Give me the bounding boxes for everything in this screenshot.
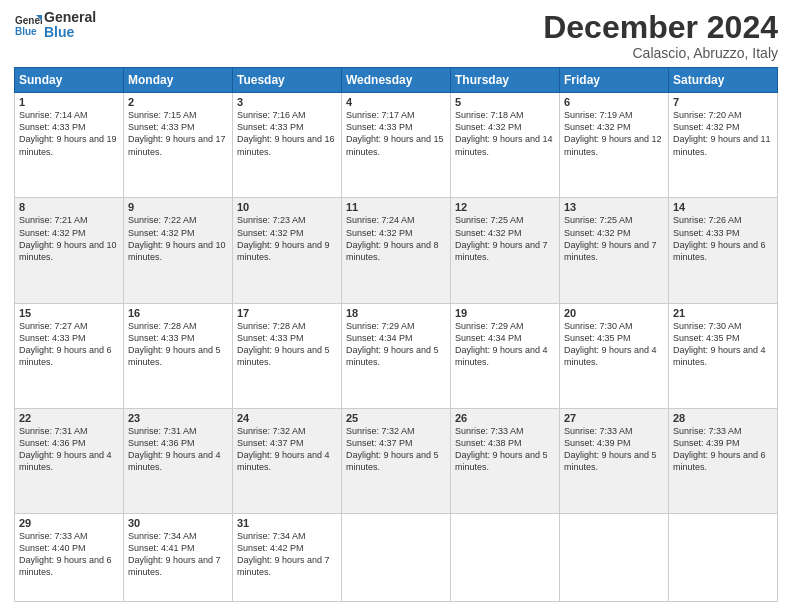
day-number: 10 — [237, 201, 337, 213]
day-info: Sunrise: 7:25 AM Sunset: 4:32 PM Dayligh… — [455, 214, 555, 263]
calendar-cell: 22 Sunrise: 7:31 AM Sunset: 4:36 PM Dayl… — [15, 408, 124, 513]
svg-text:Blue: Blue — [15, 26, 37, 37]
calendar-day-header: Thursday — [451, 68, 560, 93]
calendar-cell — [342, 513, 451, 601]
day-info: Sunrise: 7:31 AM Sunset: 4:36 PM Dayligh… — [19, 425, 119, 474]
day-info: Sunrise: 7:34 AM Sunset: 4:42 PM Dayligh… — [237, 530, 337, 579]
day-number: 6 — [564, 96, 664, 108]
day-number: 31 — [237, 517, 337, 529]
calendar-cell — [669, 513, 778, 601]
day-info: Sunrise: 7:32 AM Sunset: 4:37 PM Dayligh… — [237, 425, 337, 474]
calendar-cell: 11 Sunrise: 7:24 AM Sunset: 4:32 PM Dayl… — [342, 198, 451, 303]
calendar-day-header: Wednesday — [342, 68, 451, 93]
day-info: Sunrise: 7:25 AM Sunset: 4:32 PM Dayligh… — [564, 214, 664, 263]
day-number: 30 — [128, 517, 228, 529]
day-info: Sunrise: 7:31 AM Sunset: 4:36 PM Dayligh… — [128, 425, 228, 474]
day-info: Sunrise: 7:24 AM Sunset: 4:32 PM Dayligh… — [346, 214, 446, 263]
day-number: 7 — [673, 96, 773, 108]
day-info: Sunrise: 7:23 AM Sunset: 4:32 PM Dayligh… — [237, 214, 337, 263]
calendar-day-header: Friday — [560, 68, 669, 93]
calendar-cell: 26 Sunrise: 7:33 AM Sunset: 4:38 PM Dayl… — [451, 408, 560, 513]
day-number: 2 — [128, 96, 228, 108]
calendar-cell: 13 Sunrise: 7:25 AM Sunset: 4:32 PM Dayl… — [560, 198, 669, 303]
calendar-cell: 5 Sunrise: 7:18 AM Sunset: 4:32 PM Dayli… — [451, 93, 560, 198]
day-number: 9 — [128, 201, 228, 213]
calendar-cell: 28 Sunrise: 7:33 AM Sunset: 4:39 PM Dayl… — [669, 408, 778, 513]
day-info: Sunrise: 7:15 AM Sunset: 4:33 PM Dayligh… — [128, 109, 228, 158]
calendar-cell: 21 Sunrise: 7:30 AM Sunset: 4:35 PM Dayl… — [669, 303, 778, 408]
calendar-cell: 14 Sunrise: 7:26 AM Sunset: 4:33 PM Dayl… — [669, 198, 778, 303]
day-number: 21 — [673, 307, 773, 319]
day-info: Sunrise: 7:33 AM Sunset: 4:38 PM Dayligh… — [455, 425, 555, 474]
day-info: Sunrise: 7:32 AM Sunset: 4:37 PM Dayligh… — [346, 425, 446, 474]
day-info: Sunrise: 7:14 AM Sunset: 4:33 PM Dayligh… — [19, 109, 119, 158]
day-number: 15 — [19, 307, 119, 319]
day-info: Sunrise: 7:21 AM Sunset: 4:32 PM Dayligh… — [19, 214, 119, 263]
calendar-cell: 6 Sunrise: 7:19 AM Sunset: 4:32 PM Dayli… — [560, 93, 669, 198]
logo-text-general: General — [44, 10, 96, 25]
day-number: 23 — [128, 412, 228, 424]
day-info: Sunrise: 7:19 AM Sunset: 4:32 PM Dayligh… — [564, 109, 664, 158]
day-info: Sunrise: 7:27 AM Sunset: 4:33 PM Dayligh… — [19, 320, 119, 369]
day-info: Sunrise: 7:28 AM Sunset: 4:33 PM Dayligh… — [128, 320, 228, 369]
calendar-day-header: Saturday — [669, 68, 778, 93]
calendar-cell: 27 Sunrise: 7:33 AM Sunset: 4:39 PM Dayl… — [560, 408, 669, 513]
day-number: 4 — [346, 96, 446, 108]
day-number: 25 — [346, 412, 446, 424]
day-number: 13 — [564, 201, 664, 213]
calendar-cell: 4 Sunrise: 7:17 AM Sunset: 4:33 PM Dayli… — [342, 93, 451, 198]
day-number: 11 — [346, 201, 446, 213]
day-number: 12 — [455, 201, 555, 213]
day-info: Sunrise: 7:33 AM Sunset: 4:40 PM Dayligh… — [19, 530, 119, 579]
day-number: 27 — [564, 412, 664, 424]
calendar-cell: 20 Sunrise: 7:30 AM Sunset: 4:35 PM Dayl… — [560, 303, 669, 408]
day-info: Sunrise: 7:29 AM Sunset: 4:34 PM Dayligh… — [455, 320, 555, 369]
calendar-cell: 10 Sunrise: 7:23 AM Sunset: 4:32 PM Dayl… — [233, 198, 342, 303]
calendar-cell — [451, 513, 560, 601]
day-info: Sunrise: 7:30 AM Sunset: 4:35 PM Dayligh… — [673, 320, 773, 369]
calendar-cell: 7 Sunrise: 7:20 AM Sunset: 4:32 PM Dayli… — [669, 93, 778, 198]
page: General Blue General Blue December 2024 … — [0, 0, 792, 612]
day-number: 29 — [19, 517, 119, 529]
calendar-cell: 30 Sunrise: 7:34 AM Sunset: 4:41 PM Dayl… — [124, 513, 233, 601]
calendar-cell: 19 Sunrise: 7:29 AM Sunset: 4:34 PM Dayl… — [451, 303, 560, 408]
calendar-cell: 24 Sunrise: 7:32 AM Sunset: 4:37 PM Dayl… — [233, 408, 342, 513]
day-info: Sunrise: 7:20 AM Sunset: 4:32 PM Dayligh… — [673, 109, 773, 158]
calendar-cell: 9 Sunrise: 7:22 AM Sunset: 4:32 PM Dayli… — [124, 198, 233, 303]
day-number: 20 — [564, 307, 664, 319]
calendar-cell: 1 Sunrise: 7:14 AM Sunset: 4:33 PM Dayli… — [15, 93, 124, 198]
calendar-cell: 25 Sunrise: 7:32 AM Sunset: 4:37 PM Dayl… — [342, 408, 451, 513]
day-number: 16 — [128, 307, 228, 319]
header: General Blue General Blue December 2024 … — [14, 10, 778, 61]
day-number: 24 — [237, 412, 337, 424]
day-number: 22 — [19, 412, 119, 424]
calendar-body: 1 Sunrise: 7:14 AM Sunset: 4:33 PM Dayli… — [15, 93, 778, 602]
calendar-cell: 23 Sunrise: 7:31 AM Sunset: 4:36 PM Dayl… — [124, 408, 233, 513]
calendar-cell: 2 Sunrise: 7:15 AM Sunset: 4:33 PM Dayli… — [124, 93, 233, 198]
calendar-cell: 12 Sunrise: 7:25 AM Sunset: 4:32 PM Dayl… — [451, 198, 560, 303]
day-number: 14 — [673, 201, 773, 213]
calendar-day-header: Monday — [124, 68, 233, 93]
day-number: 26 — [455, 412, 555, 424]
calendar-cell: 31 Sunrise: 7:34 AM Sunset: 4:42 PM Dayl… — [233, 513, 342, 601]
day-number: 28 — [673, 412, 773, 424]
calendar-cell: 17 Sunrise: 7:28 AM Sunset: 4:33 PM Dayl… — [233, 303, 342, 408]
logo-text-blue: Blue — [44, 25, 96, 40]
day-number: 1 — [19, 96, 119, 108]
day-info: Sunrise: 7:33 AM Sunset: 4:39 PM Dayligh… — [673, 425, 773, 474]
day-info: Sunrise: 7:22 AM Sunset: 4:32 PM Dayligh… — [128, 214, 228, 263]
day-info: Sunrise: 7:16 AM Sunset: 4:33 PM Dayligh… — [237, 109, 337, 158]
calendar-cell: 16 Sunrise: 7:28 AM Sunset: 4:33 PM Dayl… — [124, 303, 233, 408]
calendar-cell: 8 Sunrise: 7:21 AM Sunset: 4:32 PM Dayli… — [15, 198, 124, 303]
logo: General Blue General Blue — [14, 10, 96, 41]
calendar-header-row: SundayMondayTuesdayWednesdayThursdayFrid… — [15, 68, 778, 93]
location: Calascio, Abruzzo, Italy — [543, 45, 778, 61]
day-number: 5 — [455, 96, 555, 108]
day-info: Sunrise: 7:28 AM Sunset: 4:33 PM Dayligh… — [237, 320, 337, 369]
calendar-cell: 15 Sunrise: 7:27 AM Sunset: 4:33 PM Dayl… — [15, 303, 124, 408]
calendar-cell: 29 Sunrise: 7:33 AM Sunset: 4:40 PM Dayl… — [15, 513, 124, 601]
day-number: 3 — [237, 96, 337, 108]
calendar-cell: 18 Sunrise: 7:29 AM Sunset: 4:34 PM Dayl… — [342, 303, 451, 408]
day-info: Sunrise: 7:30 AM Sunset: 4:35 PM Dayligh… — [564, 320, 664, 369]
day-info: Sunrise: 7:17 AM Sunset: 4:33 PM Dayligh… — [346, 109, 446, 158]
